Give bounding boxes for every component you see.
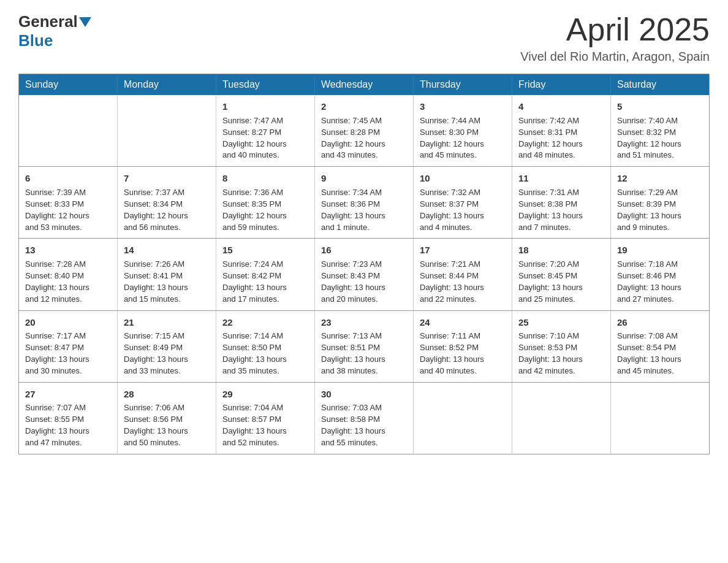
day-number: 27 [25,388,111,401]
day-number: 23 [321,316,407,329]
month-title: April 2025 [520,12,710,47]
day-number: 19 [617,243,703,257]
calendar-cell [118,95,216,167]
calendar-cell: 6Sunrise: 7:39 AMSunset: 8:33 PMDaylight… [19,167,118,239]
calendar-cell: 23Sunrise: 7:13 AMSunset: 8:51 PMDayligh… [315,310,414,382]
weekday-header-wednesday: Wednesday [315,74,414,96]
day-number: 17 [420,243,506,257]
calendar-cell: 5Sunrise: 7:40 AMSunset: 8:32 PMDaylight… [611,95,710,167]
weekday-header-sunday: Sunday [19,74,118,96]
day-info: Sunrise: 7:44 AMSunset: 8:30 PMDaylight:… [420,115,506,161]
day-number: 21 [124,316,210,329]
calendar-cell: 30Sunrise: 7:03 AMSunset: 8:58 PMDayligh… [315,382,414,454]
calendar-cell: 12Sunrise: 7:29 AMSunset: 8:39 PMDayligh… [611,167,710,239]
calendar-cell: 14Sunrise: 7:26 AMSunset: 8:41 PMDayligh… [118,239,216,310]
day-number: 3 [420,100,506,113]
day-info: Sunrise: 7:10 AMSunset: 8:53 PMDaylight:… [518,331,604,377]
day-number: 1 [222,100,308,113]
day-number: 6 [25,172,111,185]
location-title: Vivel del Rio Martin, Aragon, Spain [520,50,710,64]
day-info: Sunrise: 7:40 AMSunset: 8:32 PMDaylight:… [617,115,703,161]
calendar-cell: 9Sunrise: 7:34 AMSunset: 8:36 PMDaylight… [315,167,414,239]
calendar-cell: 22Sunrise: 7:14 AMSunset: 8:50 PMDayligh… [216,310,315,382]
calendar-cell: 10Sunrise: 7:32 AMSunset: 8:37 PMDayligh… [414,167,512,239]
day-info: Sunrise: 7:17 AMSunset: 8:47 PMDaylight:… [25,331,111,377]
weekday-header-saturday: Saturday [611,74,710,96]
day-number: 7 [124,172,210,185]
day-number: 25 [518,316,604,329]
day-number: 16 [321,243,407,257]
calendar-cell: 15Sunrise: 7:24 AMSunset: 8:42 PMDayligh… [216,239,315,310]
calendar-cell: 16Sunrise: 7:23 AMSunset: 8:43 PMDayligh… [315,239,414,310]
calendar-cell: 18Sunrise: 7:20 AMSunset: 8:45 PMDayligh… [512,239,611,310]
weekday-header-thursday: Thursday [414,74,512,96]
day-number: 14 [124,243,210,257]
calendar-cell: 7Sunrise: 7:37 AMSunset: 8:34 PMDaylight… [118,167,216,239]
day-number: 8 [222,172,308,185]
calendar-cell: 17Sunrise: 7:21 AMSunset: 8:44 PMDayligh… [414,239,512,310]
day-info: Sunrise: 7:42 AMSunset: 8:31 PMDaylight:… [518,115,604,161]
calendar-week-row: 20Sunrise: 7:17 AMSunset: 8:47 PMDayligh… [19,310,710,382]
day-number: 2 [321,100,407,113]
day-info: Sunrise: 7:07 AMSunset: 8:55 PMDaylight:… [25,402,111,448]
day-number: 15 [222,243,308,257]
calendar-cell: 28Sunrise: 7:06 AMSunset: 8:56 PMDayligh… [118,382,216,454]
day-info: Sunrise: 7:18 AMSunset: 8:46 PMDaylight:… [617,259,703,305]
day-info: Sunrise: 7:34 AMSunset: 8:36 PMDaylight:… [321,187,407,233]
calendar-cell: 29Sunrise: 7:04 AMSunset: 8:57 PMDayligh… [216,382,315,454]
weekday-header-monday: Monday [118,74,216,96]
day-info: Sunrise: 7:06 AMSunset: 8:56 PMDaylight:… [124,402,210,448]
calendar-cell: 13Sunrise: 7:28 AMSunset: 8:40 PMDayligh… [19,239,118,310]
day-info: Sunrise: 7:24 AMSunset: 8:42 PMDaylight:… [222,259,308,305]
day-info: Sunrise: 7:47 AMSunset: 8:27 PMDaylight:… [222,115,308,161]
day-info: Sunrise: 7:13 AMSunset: 8:51 PMDaylight:… [321,331,407,377]
day-number: 22 [222,316,308,329]
calendar-cell [512,382,611,454]
day-info: Sunrise: 7:11 AMSunset: 8:52 PMDaylight:… [420,331,506,377]
day-info: Sunrise: 7:29 AMSunset: 8:39 PMDaylight:… [617,187,703,233]
calendar-cell: 25Sunrise: 7:10 AMSunset: 8:53 PMDayligh… [512,310,611,382]
calendar-cell: 20Sunrise: 7:17 AMSunset: 8:47 PMDayligh… [19,310,118,382]
day-info: Sunrise: 7:39 AMSunset: 8:33 PMDaylight:… [25,187,111,233]
day-number: 13 [25,243,111,257]
calendar-cell: 24Sunrise: 7:11 AMSunset: 8:52 PMDayligh… [414,310,512,382]
day-info: Sunrise: 7:23 AMSunset: 8:43 PMDaylight:… [321,259,407,305]
calendar-cell: 11Sunrise: 7:31 AMSunset: 8:38 PMDayligh… [512,167,611,239]
calendar-cell: 19Sunrise: 7:18 AMSunset: 8:46 PMDayligh… [611,239,710,310]
logo: General Blue [18,12,93,50]
day-info: Sunrise: 7:45 AMSunset: 8:28 PMDaylight:… [321,115,407,161]
day-number: 24 [420,316,506,329]
logo-arrow-icon [79,17,91,27]
day-number: 18 [518,243,604,257]
day-number: 29 [222,388,308,401]
day-number: 26 [617,316,703,329]
day-number: 12 [617,172,703,185]
calendar-table: SundayMondayTuesdayWednesdayThursdayFrid… [18,74,710,454]
calendar-cell: 1Sunrise: 7:47 AMSunset: 8:27 PMDaylight… [216,95,315,167]
weekday-header-tuesday: Tuesday [216,74,315,96]
day-info: Sunrise: 7:32 AMSunset: 8:37 PMDaylight:… [420,187,506,233]
day-number: 20 [25,316,111,329]
logo-general-text: General [18,12,78,31]
day-info: Sunrise: 7:26 AMSunset: 8:41 PMDaylight:… [124,259,210,305]
day-number: 11 [518,172,604,185]
day-number: 4 [518,100,604,113]
calendar-cell [414,382,512,454]
calendar-cell: 8Sunrise: 7:36 AMSunset: 8:35 PMDaylight… [216,167,315,239]
day-info: Sunrise: 7:21 AMSunset: 8:44 PMDaylight:… [420,259,506,305]
calendar-cell: 26Sunrise: 7:08 AMSunset: 8:54 PMDayligh… [611,310,710,382]
calendar-cell [19,95,118,167]
calendar-week-row: 13Sunrise: 7:28 AMSunset: 8:40 PMDayligh… [19,239,710,310]
calendar-cell [611,382,710,454]
day-info: Sunrise: 7:31 AMSunset: 8:38 PMDaylight:… [518,187,604,233]
day-info: Sunrise: 7:36 AMSunset: 8:35 PMDaylight:… [222,187,308,233]
day-info: Sunrise: 7:37 AMSunset: 8:34 PMDaylight:… [124,187,210,233]
calendar-cell: 21Sunrise: 7:15 AMSunset: 8:49 PMDayligh… [118,310,216,382]
day-info: Sunrise: 7:08 AMSunset: 8:54 PMDaylight:… [617,331,703,377]
day-number: 9 [321,172,407,185]
calendar-week-row: 6Sunrise: 7:39 AMSunset: 8:33 PMDaylight… [19,167,710,239]
day-number: 28 [124,388,210,401]
page-header: General Blue April 2025 Vivel del Rio Ma… [18,12,710,64]
calendar-week-row: 27Sunrise: 7:07 AMSunset: 8:55 PMDayligh… [19,382,710,454]
weekday-header-friday: Friday [512,74,611,96]
